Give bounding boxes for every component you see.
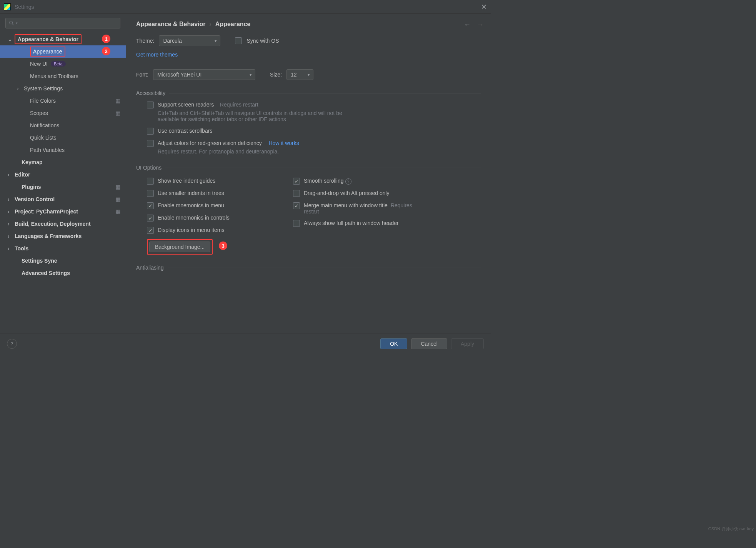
sidebar-item-keymap[interactable]: Keymap: [0, 156, 126, 168]
sidebar-item-version-control[interactable]: ›Version Control▦: [0, 193, 126, 205]
option-label: Show tree indent guides: [158, 178, 215, 184]
close-icon[interactable]: ✕: [481, 3, 487, 11]
accessibility-header: Accessibility: [136, 90, 481, 96]
sidebar-item-label: Scopes: [30, 110, 48, 116]
sync-os-label: Sync with OS: [246, 38, 279, 44]
project-scope-icon: ▦: [115, 208, 120, 215]
size-select[interactable]: 12: [286, 69, 313, 80]
display-icons-in-menu-items-checkbox[interactable]: [147, 227, 154, 234]
enable-mnemonics-in-controls-checkbox[interactable]: [147, 215, 154, 222]
sidebar-item-label: Keymap: [22, 159, 42, 165]
theme-select[interactable]: Darcula: [159, 35, 220, 46]
option-label: Use smaller indents in trees: [158, 190, 224, 196]
chevron-icon: ›: [8, 208, 12, 215]
sidebar-item-notifications[interactable]: Notifications: [0, 119, 126, 132]
breadcrumb-page: Appearance: [215, 21, 251, 28]
show-tree-indent-guides-checkbox[interactable]: [147, 178, 154, 185]
font-label: Font:: [136, 72, 148, 78]
beta-badge: Beta: [51, 61, 66, 67]
sidebar-item-label: Menus and Toolbars: [30, 73, 78, 79]
annotation-2: 2: [102, 47, 110, 55]
option-label: Always show full path in window header: [304, 220, 399, 226]
theme-value: Darcula: [163, 38, 182, 44]
sidebar-item-path-variables[interactable]: Path Variables: [0, 144, 126, 156]
get-themes-link[interactable]: Get more themes: [136, 52, 178, 58]
size-label: Size:: [270, 72, 282, 78]
sidebar-item-label: Path Variables: [30, 147, 65, 153]
chevron-icon: ›: [8, 221, 12, 227]
always-show-full-path-in-window-header-checkbox[interactable]: [293, 220, 300, 227]
sidebar-item-label: Project: PyCharmProject: [15, 208, 78, 215]
sidebar-item-build-execution-deployment[interactable]: ›Build, Execution, Deployment: [0, 218, 126, 230]
sidebar-item-label: File Colors: [30, 98, 56, 104]
sidebar-item-label: Tools: [15, 245, 28, 252]
sidebar-item-label: Advanced Settings: [22, 270, 70, 276]
font-value: Microsoft YaHei UI: [157, 72, 201, 78]
how-it-works-link[interactable]: How it works: [268, 140, 299, 146]
sidebar-item-menus-and-toolbars[interactable]: Menus and Toolbars: [0, 70, 126, 82]
contrast-scrollbars-checkbox[interactable]: [147, 128, 154, 135]
sidebar-item-appearance-behavior[interactable]: ⌄Appearance & Behavior1: [0, 33, 126, 45]
sidebar-item-plugins[interactable]: Plugins▦: [0, 181, 126, 193]
sidebar-item-project-pycharmproject[interactable]: ›Project: PyCharmProject▦: [0, 205, 126, 218]
sidebar: ▾ ⌄Appearance & Behavior1Appearance2New …: [0, 14, 126, 333]
sidebar-item-quick-lists[interactable]: Quick Lists: [0, 132, 126, 144]
chevron-icon: ›: [8, 245, 12, 252]
sidebar-item-scopes[interactable]: Scopes▦: [0, 107, 126, 119]
size-value: 12: [291, 72, 297, 78]
breadcrumb: Appearance & Behavior › Appearance: [136, 21, 481, 28]
font-select[interactable]: Microsoft YaHei UI: [153, 69, 255, 80]
sidebar-item-label: Editor: [15, 172, 30, 178]
sidebar-item-label: Settings Sync: [22, 258, 57, 264]
project-scope-icon: ▦: [115, 110, 120, 116]
project-scope-icon: ▦: [115, 98, 120, 104]
sidebar-item-label: Appearance: [30, 47, 65, 57]
sidebar-item-label: Quick Lists: [30, 135, 56, 141]
drag-and-drop-with-alt-pressed-only-checkbox[interactable]: [293, 190, 300, 197]
sync-os-checkbox[interactable]: [235, 37, 242, 44]
window-title: Settings: [15, 4, 34, 10]
option-label: Merge main menu with window title: [304, 202, 388, 208]
screen-readers-checkbox[interactable]: [147, 102, 154, 108]
color-deficiency-checkbox[interactable]: [147, 140, 154, 147]
sidebar-item-appearance[interactable]: Appearance2: [0, 45, 126, 58]
screen-readers-desc: Ctrl+Tab and Ctrl+Shift+Tab will navigat…: [158, 110, 358, 122]
sidebar-item-settings-sync[interactable]: Settings Sync: [0, 255, 126, 267]
chevron-icon: ⌄: [8, 36, 12, 42]
merge-main-menu-with-window-title-checkbox[interactable]: [293, 202, 300, 209]
sidebar-item-languages-frameworks[interactable]: ›Languages & Frameworks: [0, 230, 126, 242]
project-scope-icon: ▦: [115, 196, 120, 202]
cancel-button[interactable]: Cancel: [411, 338, 447, 349]
svg-line-1: [12, 24, 14, 25]
sidebar-item-advanced-settings[interactable]: Advanced Settings: [0, 267, 126, 279]
theme-label: Theme:: [136, 38, 154, 44]
option-label: Smooth scrolling: [304, 178, 344, 184]
sidebar-item-label: Plugins: [22, 184, 41, 190]
help-icon[interactable]: ?: [7, 339, 17, 349]
sidebar-item-label: Notifications: [30, 122, 59, 128]
use-smaller-indents-in-trees-checkbox[interactable]: [147, 190, 154, 197]
back-icon[interactable]: ←: [464, 21, 471, 29]
help-icon[interactable]: ?: [345, 178, 351, 185]
background-image-button[interactable]: Background Image...: [149, 242, 210, 252]
sidebar-item-new-ui[interactable]: New UIBeta: [0, 58, 126, 70]
chevron-icon: ›: [8, 196, 12, 202]
sidebar-item-tools[interactable]: ›Tools: [0, 242, 126, 255]
color-deficiency-desc: Requires restart. For protanopia and deu…: [158, 148, 299, 155]
footer: ? OK Cancel Apply: [0, 333, 491, 354]
sidebar-item-system-settings[interactable]: ›System Settings: [0, 82, 126, 95]
antialiasing-header: Antialiasing: [136, 265, 481, 271]
project-scope-icon: ▦: [115, 184, 120, 190]
sidebar-item-file-colors[interactable]: File Colors▦: [0, 95, 126, 107]
annotation-3: 3: [219, 242, 227, 250]
sidebar-item-label: Appearance & Behavior: [15, 34, 82, 44]
search-icon: [9, 20, 14, 26]
search-input[interactable]: ▾: [5, 18, 120, 28]
sidebar-item-editor[interactable]: ›Editor: [0, 168, 126, 181]
svg-point-0: [10, 21, 13, 24]
enable-mnemonics-in-menu-checkbox[interactable]: [147, 202, 154, 209]
smooth-scrolling-checkbox[interactable]: [293, 178, 300, 185]
chevron-icon: ›: [8, 172, 12, 178]
titlebar: Settings ✕: [0, 0, 491, 14]
ok-button[interactable]: OK: [380, 338, 407, 349]
